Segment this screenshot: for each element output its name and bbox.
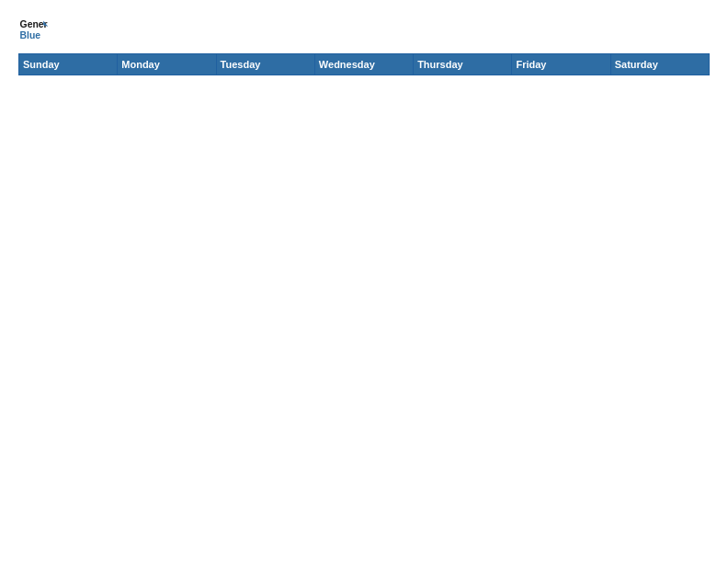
col-header-saturday: Saturday (610, 54, 709, 75)
col-header-wednesday: Wednesday (314, 54, 413, 75)
logo-icon: General Blue (18, 15, 48, 44)
page: General Blue SundayMondayTuesdayWednesda… (0, 0, 728, 563)
col-header-sunday: Sunday (19, 54, 118, 75)
col-header-thursday: Thursday (414, 54, 512, 75)
logo: General Blue (18, 15, 48, 44)
header: General Blue (18, 15, 710, 44)
col-header-friday: Friday (512, 54, 610, 75)
svg-text:Blue: Blue (20, 30, 41, 40)
col-header-tuesday: Tuesday (216, 54, 314, 75)
col-header-monday: Monday (118, 54, 216, 75)
calendar: SundayMondayTuesdayWednesdayThursdayFrid… (18, 53, 710, 552)
calendar-header-row: SundayMondayTuesdayWednesdayThursdayFrid… (19, 54, 710, 75)
